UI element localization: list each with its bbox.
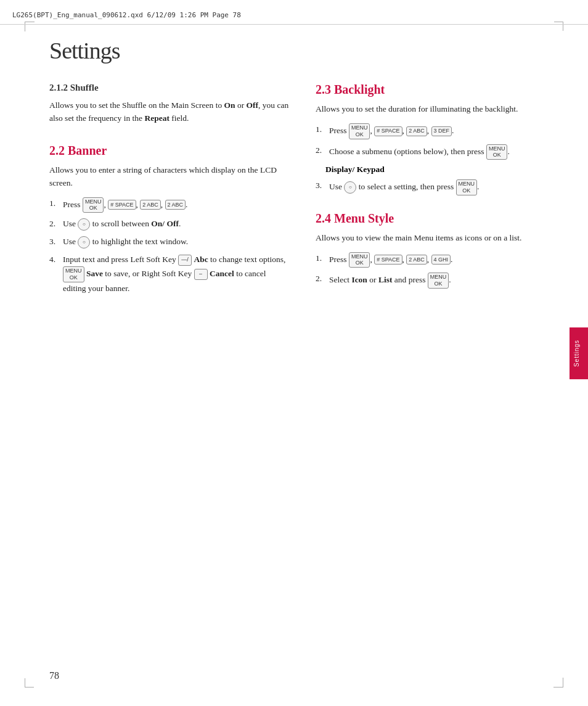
menu-ok-key-s2: MENUOK (428, 273, 449, 289)
section-212-title: 2.1.2 Shuffle (49, 83, 291, 93)
display-keypad-label: Display/ Keypad (325, 165, 557, 174)
4ghi-key-s1: 4 GHI (431, 255, 451, 265)
step-content: Use ○ to highlight the text window. (63, 236, 291, 248)
step-content: Input text and press Left Soft Key —/ Ab… (63, 253, 291, 295)
step-content: Choose a submenu (options below), then p… (329, 144, 557, 160)
step-23-2: 2. Choose a submenu (options below), the… (316, 144, 557, 160)
section-22-title: 2.2 Banner (49, 144, 291, 158)
step-num: 1. (316, 123, 327, 139)
side-tab: Settings (570, 327, 588, 379)
space-key-s1: # SPACE (374, 255, 402, 265)
menu-ok-key-r1: MENUOK (349, 123, 370, 139)
step-num: 4. (49, 253, 60, 295)
section-24-title: 2.4 Menu Style (316, 211, 557, 226)
2abc-key-1: 2 ABC (140, 200, 161, 210)
step-23-3: 3. Use ○ to select a setting, then press… (316, 179, 557, 195)
step-content: Select Icon or List and press MENUOK. (329, 273, 557, 289)
menu-ok-key-s1: MENUOK (349, 252, 370, 268)
step-num: 1. (49, 197, 60, 213)
3def-key-r1: 3 DEF (431, 126, 452, 136)
right-column: 2.3 Backlight Allows you to set the dura… (316, 83, 557, 300)
step-content: Press MENUOK, # SPACE, 2 ABC, 3 DEF. (329, 123, 557, 139)
step-num: 2. (49, 218, 60, 231)
section-23-title: 2.3 Backlight (316, 83, 557, 97)
step-num: 2. (316, 144, 327, 160)
nav-key-r1: ○ (344, 181, 356, 194)
step-content: Use ○ to select a setting, then press ME… (329, 179, 557, 195)
2abc-key-s1: 2 ABC (406, 255, 427, 265)
step-num: 2. (316, 273, 327, 289)
step-num: 3. (49, 236, 60, 248)
main-content: Settings 2.1.2 Shuffle Allows you to set… (49, 37, 557, 657)
side-tab-label: Settings (573, 339, 580, 366)
step-24-1: 1. Press MENUOK, # SPACE, 2 ABC, 4 GHI. (316, 252, 557, 268)
step-22-3: 3. Use ○ to highlight the text window. (49, 236, 291, 248)
step-num: 3. (316, 179, 327, 195)
menu-ok-key-r3: MENUOK (456, 179, 478, 195)
2abc-key-2: 2 ABC (165, 200, 186, 210)
page-number: 78 (49, 670, 59, 681)
step-content: Use ○ to scroll between On/ Off. (63, 218, 291, 231)
nav-key: ○ (78, 218, 90, 231)
section-24-body: Allows you to view the main Menu items a… (316, 232, 557, 245)
left-soft-key-icon: —/ (178, 255, 192, 266)
step-22-1: 1. Press MENUOK, # SPACE, 2 ABC, 2 ABC. (49, 197, 291, 213)
space-key-r1: # SPACE (374, 126, 402, 136)
nav-key-2: ○ (78, 236, 90, 248)
step-22-2: 2. Use ○ to scroll between On/ Off. (49, 218, 291, 231)
menu-ok-key-r2: MENUOK (486, 144, 508, 160)
page-title: Settings (49, 37, 557, 64)
menu-ok-key-1: MENUOK (83, 197, 104, 213)
2abc-key-r1: 2 ABC (406, 126, 427, 136)
menu-ok-key-save: MENUOK (63, 266, 84, 282)
section-22-body: Allows you to enter a string of characte… (49, 164, 291, 190)
page-header: LG265(BPT)_Eng_manual_090612.qxd 6/12/09… (0, 6, 588, 25)
left-column: 2.1.2 Shuffle Allows you to set the Shuf… (49, 83, 291, 300)
section-212-body: Allows you to set the Shuffle on the Mai… (49, 99, 291, 125)
step-22-4: 4. Input text and press Left Soft Key —/… (49, 253, 291, 295)
step-24-2: 2. Select Icon or List and press MENUOK. (316, 273, 557, 289)
space-key-1: # SPACE (108, 200, 136, 210)
step-23-1: 1. Press MENUOK, # SPACE, 2 ABC, 3 DEF. (316, 123, 557, 139)
two-col-layout: 2.1.2 Shuffle Allows you to set the Shuf… (49, 83, 557, 300)
corner-mark-bl (25, 678, 34, 688)
step-num: 1. (316, 252, 327, 268)
section-23-body: Allows you to set the duration for illum… (316, 103, 557, 116)
right-soft-key-icon: – (194, 269, 208, 280)
step-content: Press MENUOK, # SPACE, 2 ABC, 4 GHI. (329, 252, 557, 268)
step-content: Press MENUOK, # SPACE, 2 ABC, 2 ABC. (63, 197, 291, 213)
header-text: LG265(BPT)_Eng_manual_090612.qxd 6/12/09… (12, 11, 241, 19)
